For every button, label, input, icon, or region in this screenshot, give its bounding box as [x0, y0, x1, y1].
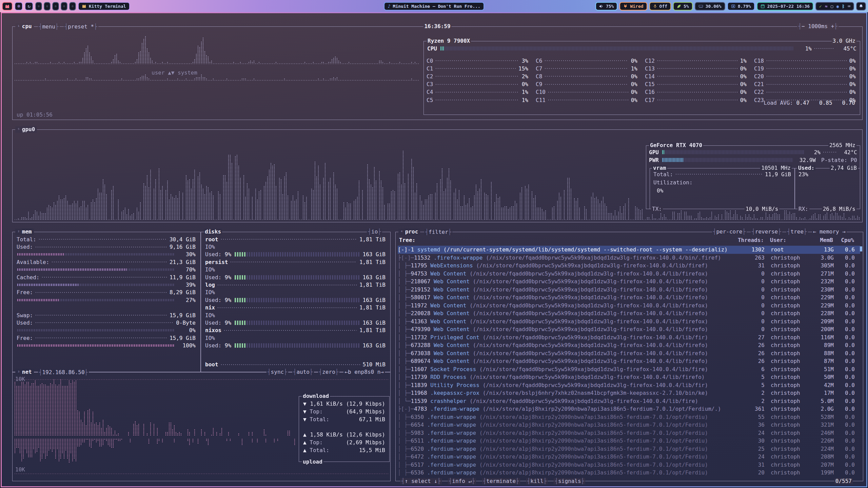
process-row[interactable]: │ ├─94753 Web Content (/nix/store/fqadd0… [398, 270, 860, 278]
refresh-icon: ↻ [27, 4, 30, 8]
process-row[interactable]: │ ├─689674 Web Content (/nix/store/fqadd… [398, 357, 860, 365]
workspace-button[interactable]: ▫ [69, 2, 76, 11]
workspace-button[interactable]: ▫ [52, 2, 59, 11]
network-button[interactable]: Wired [619, 2, 647, 11]
nix-button[interactable]: ❄ [15, 2, 23, 11]
wave-icon[interactable]: ≈ [825, 4, 828, 8]
bluetooth-icon[interactable]: ᛒ [842, 4, 845, 8]
tab-zero[interactable]: zero [318, 369, 340, 375]
load-average: Load AVG: 0.47 0.85 0.70 [744, 93, 855, 113]
clipboard-icon[interactable]: ▢ [831, 4, 833, 8]
process-row[interactable]: │ ├─6520 .ferdium-wrappe (/nix/store/a1p… [398, 445, 860, 453]
cpu-usage-button[interactable]: 5% [673, 2, 693, 11]
clock: 16:36:59 [423, 23, 451, 29]
header-tree[interactable]: Tree: [399, 237, 735, 243]
tab-menu[interactable]: menu [38, 24, 60, 30]
tab-io[interactable]: io [367, 229, 382, 235]
process-row[interactable]: ├[-]─11532 .firefox-wrappe (/nix/store/f… [398, 254, 860, 262]
clock-button[interactable]: 2025-07-22 16:36 [757, 2, 813, 11]
kitty-launcher-button[interactable] [2, 2, 13, 11]
process-row[interactable]: │ ├─41363 Web Content (/nix/store/fqadd0… [398, 318, 860, 326]
process-row[interactable]: │ └─11539 crashhelper (/nix/store/fqadd0… [398, 397, 860, 405]
tab-tree[interactable]: tree [786, 229, 808, 235]
mic-button[interactable]: Off [649, 2, 671, 11]
memory-usage-button[interactable]: 30.06% [695, 2, 725, 11]
process-row[interactable]: │ ├─218067 Web Content (/nix/store/fqadd… [398, 278, 860, 286]
music-note-icon: ♪ [388, 4, 390, 8]
process-row[interactable]: │ ├─6536 .ferdium-wrappe (/nix/store/a1p… [398, 469, 860, 477]
tab-auto[interactable]: auto [292, 369, 314, 375]
process-row[interactable]: │ ├─5983 .ferdium-wrappe (/nix/store/a1p… [398, 429, 860, 437]
process-row[interactable]: │ ├─11839 Utility Process (/nix/store/fq… [398, 381, 860, 389]
process-row[interactable]: │ ├─6511 .ferdium-wrappe (/nix/store/a1p… [398, 437, 860, 445]
check-icon[interactable]: ✓ [819, 4, 822, 8]
download-title: download [302, 393, 330, 399]
refresh-interval-control[interactable]: − 1000ms + [797, 23, 839, 29]
tab-reverse[interactable]: reverse [751, 229, 782, 235]
workspace-button[interactable]: ▫ [35, 2, 42, 11]
snowflake-icon: ❄ [17, 4, 20, 8]
footer-kill[interactable]: kill [526, 478, 548, 484]
cpu-core-row: C115% [427, 65, 528, 72]
footer-terminate[interactable]: terminate [482, 478, 520, 484]
mem-meter-row: 0% [17, 327, 196, 334]
music-player-button[interactable]: ♪ Minuit Machine – Don't Run Fro... [384, 2, 484, 11]
header-cpu[interactable]: Cpu% [833, 237, 860, 243]
process-row[interactable]: │ ├─6350 .ferdium-wrappe (/nix/store/a1p… [398, 413, 860, 421]
process-row[interactable]: │ ├─11795 WebExtensions (/nix/store/fqad… [398, 262, 860, 270]
cpu-core-row: C150% [645, 81, 747, 88]
process-row[interactable]: │ ├─219152 Web Content (/nix/store/fqadd… [398, 286, 860, 294]
tab-per-core[interactable]: per-core [712, 229, 747, 235]
net-interface-switcher[interactable]: ←b enp8s0 n→ [343, 369, 385, 375]
footer-info[interactable]: info ↵ [448, 478, 476, 484]
process-row[interactable]: │ ├─11607 Socket Process (/nix/store/fqa… [398, 365, 860, 373]
footer-select[interactable]: ↑ select ↓ [400, 478, 442, 484]
process-row[interactable]: │ ├─479390 Web Content (/nix/store/fqadd… [398, 325, 860, 333]
workspace-button[interactable]: ▫ [44, 2, 51, 11]
cpu-core-row: C121% [645, 57, 747, 64]
cpu-core-row: C71% [536, 65, 637, 72]
cpu-graph [14, 32, 421, 116]
process-row[interactable]: │ ├─11968 .keepassxc-prox (/nix/store/bs… [398, 389, 860, 397]
volume-button[interactable]: 75% [595, 2, 617, 11]
mem-meter [17, 268, 175, 271]
process-row[interactable]: │ ├─6654 .ferdium-wrappe (/nix/store/a1p… [398, 421, 860, 429]
process-row[interactable]: │ ├─580017 Web Content (/nix/store/fqadd… [398, 293, 860, 302]
memory-usage-value: 30.06% [706, 4, 722, 9]
tab-preset[interactable]: preset * [64, 24, 98, 30]
refresh-button[interactable]: ↻ [25, 2, 33, 11]
workspace-button[interactable]: ▫ [61, 2, 67, 11]
sort-column-selector[interactable]: ← memory → [812, 229, 847, 235]
ram-icon [698, 4, 703, 8]
notification-bell-button[interactable] [856, 2, 866, 11]
gpu-power-meter-fill [662, 158, 683, 162]
process-row[interactable]: │ ├─11972 Web Content (/nix/store/fqadd0… [398, 302, 860, 310]
leaf-icon [677, 4, 681, 8]
process-row[interactable]: │ ├─673288 Web Content (/nix/store/fqadd… [398, 341, 860, 349]
cpu-core-row: C30% [427, 81, 528, 88]
net-stat-line: ▼ Top:(64,9 Mibps) [303, 408, 385, 415]
process-row[interactable]: │ ├─6472 .ferdium-wrappe (/nix/store/a1p… [398, 453, 860, 461]
process-row[interactable]: │ ├─673038 Web Content (/nix/store/fqadd… [398, 349, 860, 358]
mem-meter [17, 284, 175, 286]
disk-usage-button[interactable]: 8.79% [727, 2, 755, 11]
process-row[interactable]: [-]-1 systemd (/run/current-system/syste… [398, 246, 860, 254]
kitty-terminal-window-button[interactable]: Kitty Terminal [78, 2, 130, 11]
gpu-rx-value: 26,8 MiB/s [822, 206, 856, 212]
header-memb[interactable]: MemB [807, 237, 833, 243]
disk-used-row: Used: 9%163 GiB [205, 319, 386, 326]
header-user[interactable]: User: [764, 237, 807, 243]
footer-signals[interactable]: signals [554, 478, 585, 484]
header-threads[interactable]: Threads: [735, 237, 764, 243]
process-row[interactable]: │ ├─6517 .ferdium-wrappe (/nix/store/a1p… [398, 461, 860, 469]
keyboard-icon[interactable]: ⌨ [848, 4, 850, 8]
tab-filter[interactable]: filter [424, 229, 452, 235]
tab-sync[interactable]: sync [267, 369, 288, 375]
process-row[interactable]: │ ├─220028 Web Content (/nix/store/fqadd… [398, 309, 860, 318]
disk-name-row: nix1,81 TiB [205, 304, 386, 311]
process-row[interactable]: ├[-]─4783 .ferdium-wrappe (/nix/store/a1… [398, 405, 860, 413]
process-row[interactable]: │ ├─11732 Privileged Cont (/nix/store/fq… [398, 333, 860, 342]
record-icon[interactable]: ◉ [836, 4, 839, 8]
process-row[interactable]: │ ├─11739 RDD Process (/nix/store/fqadd0… [398, 373, 860, 381]
proc-scrollbar-thumb[interactable] [860, 246, 862, 251]
